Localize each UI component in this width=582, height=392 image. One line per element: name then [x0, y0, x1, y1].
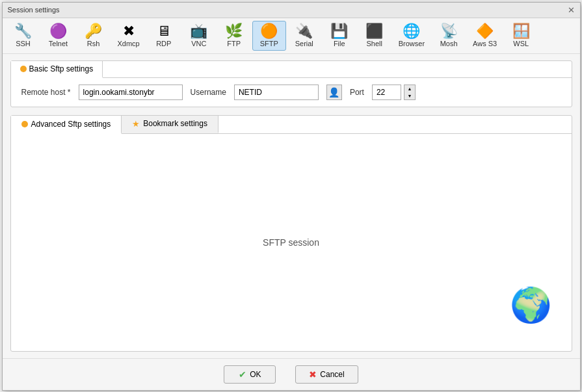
browser-icon: 🌐	[403, 24, 420, 38]
rdp-icon: 🖥	[157, 24, 171, 38]
toolbar-item-serial[interactable]: 🔌 Serial	[287, 21, 321, 51]
user-icon-button[interactable]: 👤	[326, 85, 342, 100]
sftp-icon: 🟠	[260, 24, 278, 38]
username-label: Username	[191, 88, 226, 97]
awss3-label: Aws S3	[473, 40, 497, 47]
titlebar: Session settings ✕	[3, 3, 580, 18]
footer: ✔ OK ✖ Cancel	[3, 358, 580, 390]
session-label: SFTP session	[27, 237, 556, 248]
toolbar-item-telnet[interactable]: 🟣 Telnet	[42, 21, 75, 51]
file-icon: 💾	[330, 24, 348, 38]
xdmcp-label: Xdmcp	[118, 40, 140, 47]
mosh-label: Mosh	[440, 40, 458, 47]
port-spinner: ▲ ▼	[404, 85, 416, 100]
content-area: Basic Sftp settings Remote host * Userna…	[3, 54, 580, 358]
remote-host-label: Remote host *	[21, 88, 71, 97]
telnet-icon: 🟣	[49, 24, 67, 38]
main-panel: Advanced Sftp settings★Bookmark settings…	[10, 115, 572, 352]
xdmcp-icon: ✖	[123, 24, 135, 38]
ssh-icon: 🔧	[14, 24, 32, 38]
vnc-icon: 📺	[190, 24, 207, 38]
bookmark-tab-star: ★	[132, 119, 140, 129]
port-decrement-button[interactable]: ▼	[404, 92, 415, 99]
browser-label: Browser	[399, 40, 425, 47]
toolbar: 🔧 SSH 🟣 Telnet 🔑 Rsh ✖ Xdmcp 🖥 RDP 📺 VNC…	[3, 18, 580, 54]
cancel-label: Cancel	[320, 370, 344, 379]
basic-settings-section: Basic Sftp settings Remote host * Userna…	[10, 60, 572, 107]
serial-label: Serial	[295, 40, 313, 47]
wsl-icon: 🪟	[512, 24, 530, 38]
toolbar-item-browser[interactable]: 🌐 Browser	[393, 21, 430, 51]
file-label: File	[334, 40, 345, 47]
toolbar-item-wsl[interactable]: 🪟 WSL	[504, 21, 538, 51]
username-input[interactable]	[234, 85, 319, 100]
toolbar-item-xdmcp[interactable]: ✖ Xdmcp	[112, 21, 146, 51]
rsh-label: Rsh	[87, 40, 100, 47]
rsh-icon: 🔑	[85, 24, 102, 38]
toolbar-item-sftp[interactable]: 🟠 SFTP	[252, 21, 286, 51]
toolbar-item-ssh[interactable]: 🔧 SSH	[7, 21, 40, 51]
port-label: Port	[350, 88, 364, 97]
close-button[interactable]: ✕	[568, 6, 575, 14]
rdp-label: RDP	[156, 40, 171, 47]
advanced-tab-dot	[21, 121, 28, 127]
basic-settings-tabs: Basic Sftp settings	[11, 61, 572, 78]
panel-tab-advanced[interactable]: Advanced Sftp settings	[11, 116, 122, 134]
panel-tabs: Advanced Sftp settings★Bookmark settings	[11, 116, 572, 134]
telnet-label: Telnet	[49, 40, 68, 47]
globe-icon: 🌍	[510, 285, 552, 325]
toolbar-item-awss3[interactable]: 🔶 Aws S3	[467, 21, 503, 51]
toolbar-item-vnc[interactable]: 📺 VNC	[182, 21, 216, 51]
cancel-button[interactable]: ✖ Cancel	[295, 365, 358, 384]
dialog: Session settings ✕ 🔧 SSH 🟣 Telnet 🔑 Rsh …	[2, 2, 581, 391]
ssh-label: SSH	[16, 40, 31, 47]
basic-settings-body: Remote host * Username 👤 Port ▲ ▼	[11, 78, 572, 107]
ftp-label: FTP	[227, 40, 241, 47]
awss3-icon: 🔶	[476, 24, 494, 38]
ftp-icon: 🌿	[225, 24, 243, 38]
basic-sftp-tab[interactable]: Basic Sftp settings	[11, 61, 103, 78]
toolbar-item-file[interactable]: 💾 File	[323, 21, 356, 51]
toolbar-item-shell[interactable]: ⬛ Shell	[358, 21, 391, 51]
panel-tab-bookmark[interactable]: ★Bookmark settings	[122, 116, 218, 133]
port-group: ▲ ▼	[372, 85, 416, 100]
form-row: Remote host * Username 👤 Port ▲ ▼	[21, 85, 561, 100]
port-increment-button[interactable]: ▲	[404, 85, 415, 92]
mosh-icon: 📡	[440, 24, 458, 38]
remote-host-input[interactable]	[79, 85, 183, 100]
shell-icon: ⬛	[365, 24, 383, 38]
vnc-label: VNC	[191, 40, 206, 47]
tab-dot-icon	[20, 66, 27, 72]
dialog-title: Session settings	[8, 6, 60, 14]
toolbar-item-mosh[interactable]: 📡 Mosh	[432, 21, 466, 51]
wsl-label: WSL	[513, 40, 529, 47]
toolbar-item-rsh[interactable]: 🔑 Rsh	[77, 21, 111, 51]
panel-body: SFTP session 🌍	[11, 134, 572, 351]
shell-label: Shell	[367, 40, 382, 47]
ok-icon: ✔	[239, 369, 246, 380]
sftp-label: SFTP	[260, 40, 278, 47]
toolbar-item-rdp[interactable]: 🖥 RDP	[147, 21, 181, 51]
port-input[interactable]	[372, 85, 401, 100]
ok-button[interactable]: ✔ OK	[224, 365, 276, 384]
toolbar-item-ftp[interactable]: 🌿 FTP	[217, 21, 251, 51]
basic-sftp-tab-label: Basic Sftp settings	[29, 64, 94, 73]
cancel-icon: ✖	[309, 369, 317, 380]
ok-label: OK	[250, 370, 261, 379]
serial-icon: 🔌	[295, 24, 313, 38]
